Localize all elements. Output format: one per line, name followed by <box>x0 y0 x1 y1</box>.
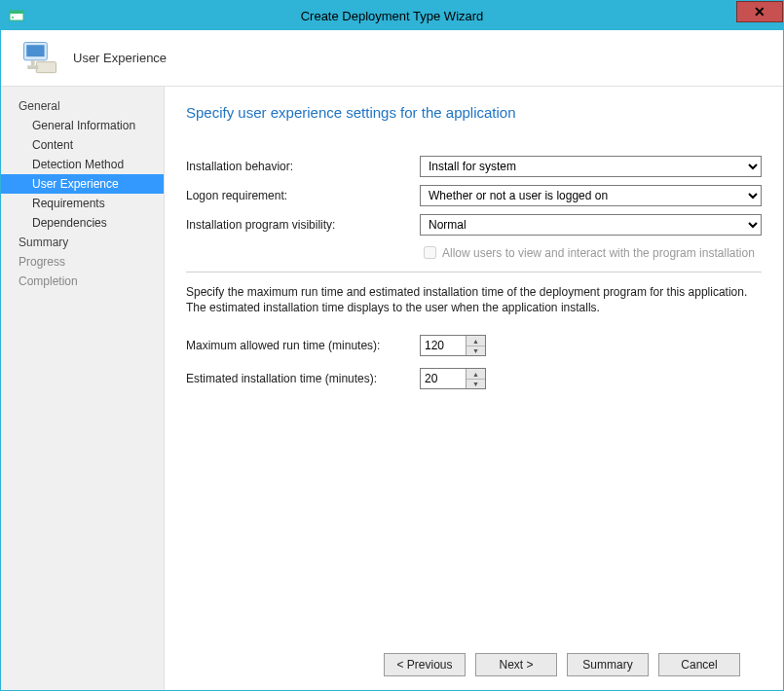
nav-general-information[interactable]: General Information <box>1 116 164 135</box>
est-install-down-icon[interactable]: ▼ <box>467 380 485 389</box>
est-install-spinner: ▲ ▼ <box>420 368 486 389</box>
nav-dependencies[interactable]: Dependencies <box>1 213 164 233</box>
max-runtime-down-icon[interactable]: ▼ <box>467 346 485 356</box>
est-install-row: Estimated installation time (minutes): ▲… <box>186 368 762 389</box>
est-install-label: Estimated installation time (minutes): <box>186 372 420 385</box>
wizard-footer: < Previous Next > Summary Cancel <box>186 639 762 690</box>
app-icon <box>9 8 24 23</box>
visibility-row: Installation program visibility: Normal <box>186 214 762 236</box>
cancel-button[interactable]: Cancel <box>658 653 740 676</box>
page-title: User Experience <box>73 51 167 65</box>
logon-requirement-label: Logon requirement: <box>186 189 420 202</box>
max-runtime-up-icon[interactable]: ▲ <box>467 336 485 346</box>
wizard-main: Specify user experience settings for the… <box>165 87 783 690</box>
page-heading: Specify user experience settings for the… <box>186 104 762 121</box>
logon-requirement-row: Logon requirement: Whether or not a user… <box>186 185 762 206</box>
close-icon: ✕ <box>754 4 765 19</box>
wizard-header: User Experience <box>1 30 783 87</box>
nav-summary[interactable]: Summary <box>1 233 164 252</box>
help-text: Specify the maximum run time and estimat… <box>186 284 762 315</box>
installation-behavior-label: Installation behavior: <box>186 160 420 173</box>
window-title: Create Deployment Type Wizard <box>301 9 484 23</box>
allow-interact-checkbox <box>424 246 436 259</box>
nav-detection-method[interactable]: Detection Method <box>1 155 164 174</box>
est-install-up-icon[interactable]: ▲ <box>467 369 485 380</box>
max-runtime-row: Maximum allowed run time (minutes): ▲ ▼ <box>186 335 762 356</box>
svg-rect-5 <box>36 61 56 72</box>
visibility-label: Installation program visibility: <box>186 218 420 232</box>
divider <box>186 272 762 273</box>
nav-requirements[interactable]: Requirements <box>1 194 164 213</box>
svg-rect-6 <box>31 59 35 65</box>
svg-point-2 <box>12 17 14 18</box>
installation-behavior-row: Installation behavior: Install for syste… <box>186 156 762 177</box>
close-button[interactable]: ✕ <box>736 1 783 22</box>
max-runtime-label: Maximum allowed run time (minutes): <box>186 339 420 352</box>
content: Specify user experience settings for the… <box>186 104 762 639</box>
allow-interact-label: Allow users to view and interact with th… <box>442 246 755 260</box>
titlebar: Create Deployment Type Wizard ✕ <box>1 1 783 30</box>
wizard-window: Create Deployment Type Wizard ✕ User Exp… <box>0 0 784 691</box>
allow-interact-row: Allow users to view and interact with th… <box>420 243 762 262</box>
logon-requirement-select[interactable]: Whether or not a user is logged on <box>420 185 762 206</box>
next-button[interactable]: Next > <box>475 653 557 676</box>
nav-user-experience[interactable]: User Experience <box>1 174 164 194</box>
previous-button[interactable]: < Previous <box>384 653 466 676</box>
installation-behavior-select[interactable]: Install for system <box>420 156 762 177</box>
svg-rect-7 <box>27 65 38 69</box>
max-runtime-spinner: ▲ ▼ <box>420 335 486 356</box>
nav-progress: Progress <box>1 252 164 272</box>
computer-icon <box>19 37 61 80</box>
wizard-sidebar: General General Information Content Dete… <box>1 87 165 690</box>
visibility-select[interactable]: Normal <box>420 214 762 236</box>
summary-button[interactable]: Summary <box>567 653 649 676</box>
svg-rect-4 <box>26 45 44 56</box>
nav-content[interactable]: Content <box>1 135 164 155</box>
nav-completion: Completion <box>1 272 164 291</box>
wizard-body: General General Information Content Dete… <box>1 87 783 690</box>
max-runtime-input[interactable] <box>421 336 466 355</box>
nav-general[interactable]: General <box>1 96 164 116</box>
est-install-input[interactable] <box>421 369 466 388</box>
svg-rect-1 <box>10 11 23 14</box>
